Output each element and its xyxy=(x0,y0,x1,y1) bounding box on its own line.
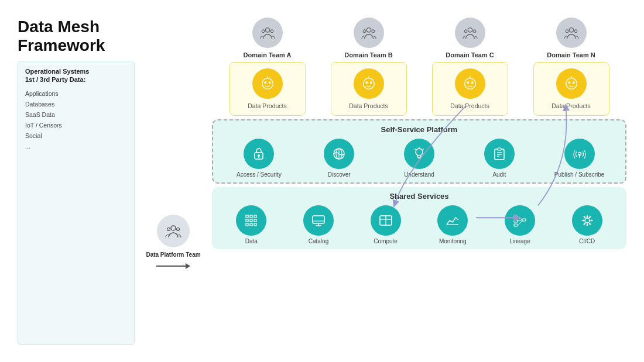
self-service-container: Self-Service Platform Access / Se xyxy=(212,119,626,184)
platform-icons-row: Access / Security Discover xyxy=(219,139,619,178)
access-security-icon xyxy=(244,139,274,169)
publish-subscribe-icon xyxy=(564,139,595,169)
monitoring-label: Monitoring xyxy=(439,238,467,244)
discover-icon xyxy=(324,139,354,169)
svg-point-35 xyxy=(572,81,574,84)
svg-line-75 xyxy=(518,217,522,220)
op-item-social: Social xyxy=(25,130,127,141)
svg-point-28 xyxy=(464,78,475,89)
svg-rect-62 xyxy=(254,223,256,226)
domain-team-n-label: Domain Team N xyxy=(547,51,595,58)
data-product-b: Data Products xyxy=(331,62,407,116)
svg-point-20 xyxy=(268,81,270,84)
gear-settings-icon xyxy=(580,213,595,228)
compute-icon xyxy=(371,205,401,236)
svg-point-78 xyxy=(585,218,590,223)
domain-team-n-circle xyxy=(556,18,587,48)
svg-point-15 xyxy=(569,27,573,32)
svg-point-19 xyxy=(264,81,266,84)
svg-line-76 xyxy=(518,220,522,221)
data-product-a: Data Products xyxy=(229,62,306,116)
svg-rect-57 xyxy=(246,219,248,222)
svg-point-0 xyxy=(171,226,176,230)
access-security-label: Access / Security xyxy=(237,171,282,178)
domain-team-c: Domain Team C xyxy=(432,18,508,58)
svg-point-2 xyxy=(177,227,180,230)
svg-point-27 xyxy=(368,76,369,77)
data-product-b-icon xyxy=(354,68,384,99)
svg-point-33 xyxy=(566,78,577,89)
self-service-title: Self-Service Platform xyxy=(219,125,619,134)
page-root: Data Mesh Framework Operational Systems1… xyxy=(12,12,632,351)
data-product-c-icon xyxy=(455,68,485,99)
main-title: Data Mesh Framework xyxy=(18,18,135,55)
op-item-databases: Databases xyxy=(25,99,127,109)
domain-team-b-label: Domain Team B xyxy=(344,51,392,58)
svg-rect-58 xyxy=(250,219,252,222)
svg-point-1 xyxy=(167,227,170,230)
svg-point-39 xyxy=(258,154,260,157)
compute-item: Compute xyxy=(357,205,415,244)
cicd-item: CI/CD xyxy=(558,205,616,244)
audit-label: Audit xyxy=(492,171,506,178)
robot-head-icon-a xyxy=(259,75,276,92)
svg-point-37 xyxy=(571,76,572,77)
svg-point-11 xyxy=(372,29,375,32)
svg-point-30 xyxy=(471,81,473,84)
svg-rect-54 xyxy=(246,215,248,218)
shared-services-container: Shared Services xyxy=(212,187,626,249)
svg-line-46 xyxy=(415,149,416,150)
arrow-line xyxy=(156,266,186,267)
data-product-n-icon xyxy=(556,68,587,99)
data-grid-icon xyxy=(244,213,259,228)
domain-team-c-circle xyxy=(455,18,485,48)
svg-point-24 xyxy=(365,81,368,84)
robot-head-icon-b xyxy=(361,75,377,92)
compute-label: Compute xyxy=(374,238,398,244)
data-product-n: Data Products xyxy=(533,62,609,116)
svg-rect-74 xyxy=(522,219,526,221)
catalog-icon xyxy=(303,205,334,236)
svg-rect-52 xyxy=(498,148,501,150)
svg-rect-56 xyxy=(254,215,256,218)
lineage-flow-icon xyxy=(512,213,527,228)
lineage-item: Lineage xyxy=(491,205,549,244)
svg-rect-55 xyxy=(250,215,252,218)
svg-point-16 xyxy=(566,29,568,32)
lightbulb-icon xyxy=(412,146,427,161)
op-item-applications: Applications xyxy=(25,88,127,99)
domain-team-b-icon xyxy=(361,25,377,41)
arrow-right xyxy=(156,263,190,269)
search-globe-icon xyxy=(331,146,347,161)
svg-point-32 xyxy=(470,76,471,77)
svg-point-23 xyxy=(363,78,374,89)
domain-team-a-circle xyxy=(252,18,283,48)
svg-point-7 xyxy=(262,29,265,32)
svg-point-14 xyxy=(473,29,476,32)
data-product-a-icon xyxy=(252,68,283,99)
domain-team-n-icon xyxy=(563,25,580,41)
domain-team-b: Domain Team B xyxy=(331,18,407,58)
svg-point-13 xyxy=(464,29,467,32)
domain-team-a: Domain Team A xyxy=(229,18,306,58)
operational-title: Operational Systems1st / 3rd Party Data: xyxy=(25,67,127,84)
domain-team-b-circle xyxy=(354,18,384,48)
svg-point-8 xyxy=(270,29,273,32)
audit-icon xyxy=(484,139,515,169)
svg-rect-72 xyxy=(514,220,518,222)
robot-head-icon-c xyxy=(462,75,478,92)
antenna-icon xyxy=(572,146,587,161)
lineage-label: Lineage xyxy=(509,238,530,244)
data-label: Data xyxy=(245,238,258,244)
discover-item: Discover xyxy=(310,139,368,178)
svg-point-22 xyxy=(267,76,268,77)
data-item: Data xyxy=(222,205,280,244)
diagram-wrapper: Domain Team A Domain Team B xyxy=(212,18,626,345)
understand-label: Understand xyxy=(404,171,434,178)
svg-point-25 xyxy=(369,81,372,84)
svg-rect-71 xyxy=(514,216,518,218)
lock-icon xyxy=(251,146,266,161)
svg-line-47 xyxy=(423,149,424,150)
operational-box: Operational Systems1st / 3rd Party Data:… xyxy=(18,61,135,345)
data-icon xyxy=(236,205,266,236)
